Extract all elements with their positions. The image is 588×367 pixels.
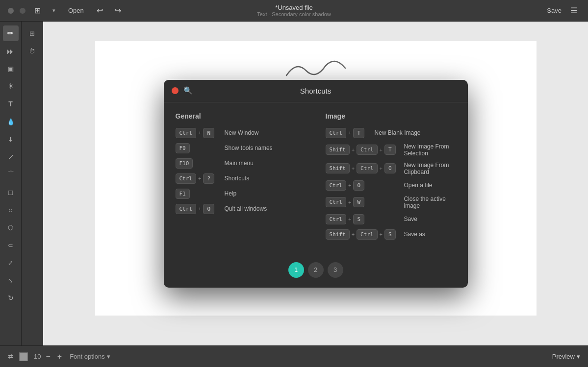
decrease-size-btn[interactable]: − [44,352,52,361]
zoom-tool[interactable]: ⤡ [3,272,19,288]
key: Ctrl [357,229,378,240]
open-btn[interactable]: Open [64,5,88,16]
dialog-body: General Ctrl + N New Window F9 Show tool… [164,102,468,254]
search-icon[interactable]: 🔍 [183,86,193,95]
key: O [384,163,396,173]
redo-btn[interactable]: ↪ [112,4,124,17]
shortcut-row: Ctrl + O Open a file [326,180,456,191]
key: Ctrl [326,214,347,224]
key: Shift [326,229,350,240]
dropdown-btn[interactable]: ▾ [50,5,58,16]
key-combo: Ctrl + Q [176,204,220,214]
shortcut-label: Open a file [404,182,433,189]
save-btn[interactable]: Save [547,7,562,14]
key: F10 [176,158,193,169]
key: N [203,128,214,138]
font-size-value: 10 [34,353,41,360]
undo-btn[interactable]: ↩ [94,4,106,17]
shortcut-label: Show tools names [225,145,273,151]
general-col: General Ctrl + N New Window F9 Show tool… [176,112,306,245]
dialog-close-btn[interactable] [172,87,179,94]
shortcut-label: New Blank Image [375,129,421,136]
dialog-pagination: 1 2 3 [164,254,468,288]
top-bar: ⊞ ▾ Open ↩ ↪ *Unsaved file Text - Second… [0,0,588,22]
key-combo: Ctrl + ? [176,173,220,184]
swap-btn[interactable]: ⇄ [8,353,13,360]
font-options-btn[interactable]: Font options ▾ [70,353,110,360]
shortcut-row: Shift + Ctrl + O New Image From Clipboar… [326,162,456,175]
shortcut-label: Main menu [225,160,254,167]
font-options-label: Font options [70,353,105,360]
shortcut-label: Save [404,216,417,222]
dialog-header: 🔍 Shortcuts [164,80,468,102]
key: Q [203,204,214,214]
key: S [353,214,364,224]
poly-select-tool[interactable]: ⬡ [3,220,19,235]
image-header: Image [326,112,456,120]
shortcut-row: Ctrl + S Save [326,214,456,224]
shortcut-label: Help [225,190,237,197]
key-combo: Shift + Ctrl + O [326,163,399,173]
dot-2 [20,8,26,14]
key-combo: Ctrl + W [326,197,399,207]
pen-tool[interactable]: ✏ [3,25,19,41]
rotate-tool[interactable]: ↻ [3,290,19,306]
shortcuts-dialog: 🔍 Shortcuts General Ctrl + N New Window [164,80,468,288]
shortcut-row: F9 Show tools names [176,143,306,153]
key-combo: F1 [176,189,220,199]
menu-btn[interactable]: ☰ [567,4,580,17]
key: Ctrl [326,197,347,207]
dialog-title: Shortcuts [300,87,331,95]
shortcut-label: Save as [404,231,425,238]
key: Ctrl [357,145,378,155]
key: Ctrl [357,163,378,173]
key-combo: F10 [176,158,220,169]
shortcut-row: Shift + Ctrl + T New Image From Selectio… [326,143,456,157]
shortcut-label: Shortcuts [225,175,250,182]
key: F9 [176,143,190,153]
history-tool[interactable]: ⏱ [25,43,40,59]
page-3-btn[interactable]: 3 [328,262,343,278]
key: Ctrl [176,128,197,138]
shortcut-label: New Image From Clipboard [404,162,456,175]
preview-chevron: ▾ [577,353,580,360]
shortcut-row: Ctrl + N New Window [176,128,306,138]
file-title: *Unsaved file [257,4,331,11]
shortcut-row: Ctrl + W Close the active image [326,196,456,209]
rect-tool[interactable]: □ [3,184,19,200]
curve-tool[interactable]: ⌒ [3,167,19,182]
key: Ctrl [176,204,197,214]
key: S [384,229,396,240]
crop-tool[interactable]: ▣ [3,61,19,76]
brightness-tool[interactable]: ☀ [3,78,19,94]
new-file-btn[interactable]: ⊞ [31,4,44,17]
eyedropper-tool[interactable]: 💧 [3,114,19,129]
preview-btn[interactable]: Preview ▾ [552,353,580,360]
text-tool[interactable]: T [3,96,19,112]
key: F1 [176,189,190,199]
color-swatch[interactable] [19,352,28,361]
key-combo: Ctrl + S [326,214,399,224]
top-bar-right: Save ☰ [547,4,580,17]
transform-tool[interactable]: ⤢ [3,255,19,270]
shortcut-label: Close the active image [404,196,456,209]
increase-size-btn[interactable]: + [55,352,64,361]
second-sidebar: ⊞ ⏱ [22,22,43,345]
key: Ctrl [326,180,347,191]
lasso-tool[interactable]: ⊂ [3,237,19,253]
key: Shift [326,145,350,155]
line-tool[interactable]: ─ [0,146,22,168]
key-combo: Ctrl + T [326,128,370,138]
page-2-btn[interactable]: 2 [308,262,324,278]
layers-tool[interactable]: ⊞ [25,25,40,41]
fill-tool[interactable]: ⬇ [3,131,19,147]
shortcut-label: New Window [225,129,259,136]
key: O [353,180,364,191]
key: Ctrl [176,173,197,184]
file-subtitle: Text - Secondary color shadow [257,11,331,17]
frame-tool[interactable]: ⏭ [3,43,19,59]
page-1-btn[interactable]: 1 [288,262,304,278]
preview-label: Preview [552,353,575,360]
ellipse-tool[interactable]: ○ [3,202,19,218]
key-combo: Ctrl + O [326,180,399,191]
